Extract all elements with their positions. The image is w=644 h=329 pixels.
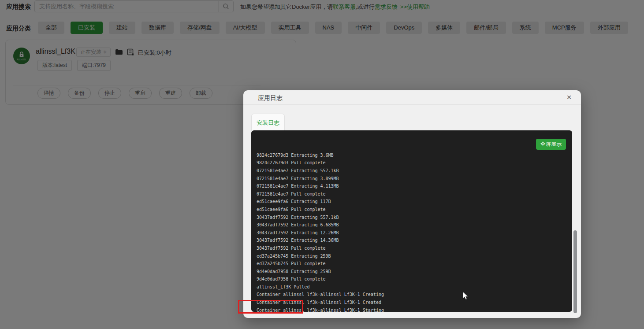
log-line: 9d4e0dad7958 Pull complete	[257, 275, 572, 283]
fullscreen-button[interactable]: 全屏展示	[536, 139, 566, 150]
log-line: ed51caee9fa6 Extracting 117B	[257, 198, 572, 206]
log-line: 9824c27679d3 Pull complete	[257, 159, 572, 167]
log-line: 0721581e4ae7 Extracting 3.899MB	[257, 175, 572, 183]
mouse-cursor	[462, 291, 469, 301]
log-line: Container allinssl_lf3k-allinssl_Lf3K-1 …	[257, 291, 572, 299]
log-line: ed51caee9fa6 Pull complete	[257, 206, 572, 214]
log-line: ed37a245b745 Pull complete	[257, 260, 572, 268]
modal-title: 应用日志	[258, 94, 283, 102]
close-icon[interactable]: ×	[564, 92, 574, 102]
annotation-highlight-box	[238, 300, 303, 314]
log-lines: 9824c27679d3 Extracting 3.6MB9824c27679d…	[251, 130, 572, 312]
log-line: 0721581e4ae7 Pull complete	[257, 190, 572, 198]
modal-header: 应用日志 ×	[243, 90, 581, 105]
install-log-terminal: 9824c27679d3 Extracting 3.6MB9824c27679d…	[251, 130, 572, 312]
log-line: Container allinssl_lf3k-allinssl_Lf3K-1 …	[257, 307, 572, 312]
log-line: 0721581e4ae7 Extracting 557.1kB	[257, 167, 572, 175]
log-line: Container allinssl_lf3k-allinssl_Lf3K-1 …	[257, 299, 572, 307]
log-line: allinssl_Lf3K Pulled	[257, 283, 572, 291]
log-line: 30437adf7592 Extracting 12.26MB	[257, 229, 572, 237]
log-line: 30437adf7592 Extracting 14.36MB	[257, 237, 572, 244]
log-line: 9824c27679d3 Extracting 3.6MB	[257, 152, 572, 159]
log-line: ed37a245b745 Extracting 259B	[257, 252, 572, 260]
terminal-scrollbar-thumb[interactable]	[573, 230, 577, 313]
app-store-page: 应用搜索 如果您希望添加其它Docker应用，请联系客服,或进行需求反馈>>使用…	[0, 0, 644, 329]
log-line: 9d4e0dad7958 Extracting 259B	[257, 268, 572, 276]
app-log-modal: 应用日志 × 安装日志 9824c27679d3 Extracting 3.6M…	[243, 90, 581, 318]
log-line: 30437adf7592 Pull complete	[257, 244, 572, 252]
tab-install-log[interactable]: 安装日志	[251, 114, 285, 131]
log-line: 30437adf7592 Extracting 557.1kB	[257, 214, 572, 222]
log-line: 0721581e4ae7 Extracting 4.113MB	[257, 182, 572, 190]
log-line: 30437adf7592 Extracting 6.685MB	[257, 221, 572, 229]
